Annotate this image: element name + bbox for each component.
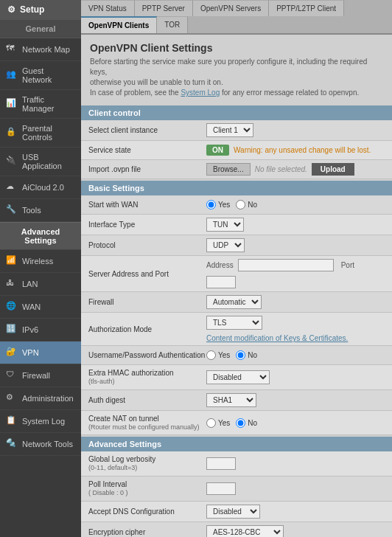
sidebar-item-guest-network[interactable]: 👥 Guest Network: [0, 61, 81, 90]
guest-network-icon: 👥: [6, 69, 18, 81]
parental-icon: 🔒: [6, 127, 18, 139]
interface-type-dropdown[interactable]: TUN TAP: [206, 218, 244, 232]
username-no[interactable]: No: [236, 350, 257, 360]
encryption-dropdown[interactable]: AES-128-CBC AES-256-CBC DES-EDE3-CBC Non…: [206, 525, 284, 537]
sidebar-item-vpn[interactable]: 🔐 VPN: [0, 342, 81, 364]
service-state-control: ON Warning: any unsaved change will be l…: [206, 145, 385, 156]
auth-mode-label: Authorization Mode: [88, 325, 206, 334]
username-auth-row: Username/Password Authentication Yes No: [81, 346, 392, 365]
auth-digest-dropdown[interactable]: SHA1 SHA256 MD5: [206, 393, 256, 407]
create-nat-no[interactable]: No: [236, 418, 257, 428]
firewall-control: Automatic Custom Disable: [206, 295, 385, 309]
poll-interval-label: Poll Interval ( Disable : 0 ): [88, 479, 206, 498]
sidebar-item-network-map[interactable]: 🗺 Network Map: [0, 38, 81, 61]
service-state-warning: Warning: any unsaved change will be lost…: [234, 146, 371, 154]
poll-interval-control: 0: [206, 482, 385, 495]
protocol-control: UDP TCP: [206, 238, 385, 252]
protocol-label: Protocol: [88, 240, 206, 250]
start-with-wan-yes[interactable]: Yes: [206, 200, 230, 209]
tab-openvpn-servers[interactable]: OpenVPN Servers: [193, 0, 269, 16]
interface-type-control: TUN TAP: [206, 218, 385, 232]
firewall-dropdown[interactable]: Automatic Custom Disable: [206, 295, 262, 309]
auth-digest-label: Auth digest: [88, 395, 206, 405]
browse-button[interactable]: Browse...: [206, 163, 251, 176]
poll-interval-input[interactable]: 0: [206, 482, 236, 495]
sidebar-item-firewall[interactable]: 🛡 Firewall: [0, 364, 81, 387]
sidebar-item-network-tools[interactable]: 🔩 Network Tools: [0, 433, 81, 456]
usb-icon: 🔌: [6, 156, 18, 167]
protocol-dropdown[interactable]: UDP TCP: [206, 238, 245, 252]
create-nat-label: Create NAT on tunnel (Router must be con…: [88, 414, 206, 432]
keys-certificates-link[interactable]: Content modification of Keys & Certifica…: [206, 334, 348, 342]
network-tools-icon: 🔩: [6, 438, 18, 450]
interface-type-row: Interface Type TUN TAP: [81, 215, 392, 235]
select-instance-control: Client 1 Client 2 Client 3: [206, 123, 385, 137]
sidebar-item-parental-controls[interactable]: 🔒 Parental Controls: [0, 119, 81, 148]
firewall-row: Firewall Automatic Custom Disable: [81, 292, 392, 313]
setup-header[interactable]: ⚙ Setup: [0, 0, 81, 19]
sidebar-item-wireless[interactable]: 📶 Wireless: [0, 250, 81, 273]
create-nat-row: Create NAT on tunnel (Router must be con…: [81, 411, 392, 436]
tab-openvpn-clients[interactable]: OpenVPN Clients: [81, 16, 157, 33]
create-nat-yes[interactable]: Yes: [206, 418, 230, 428]
firewall-label: Firewall: [88, 297, 206, 307]
tab-pptp-l2tp-client[interactable]: PPTP/L2TP Client: [269, 0, 344, 16]
upload-button[interactable]: Upload: [312, 163, 354, 176]
select-instance-label: Select client instance: [88, 125, 206, 135]
port-label-text: Port: [341, 261, 354, 269]
advanced-settings-section-header: Advanced Settings: [81, 437, 392, 451]
tools-icon: 🔧: [6, 204, 18, 216]
sidebar-item-tools[interactable]: 🔧 Tools: [0, 199, 81, 222]
basic-settings-header: Basic Settings: [81, 181, 392, 195]
sidebar-item-ipv6[interactable]: 🔢 IPv6: [0, 319, 81, 342]
auth-mode-dropdown[interactable]: TLS Static Key: [206, 316, 262, 330]
select-instance-dropdown[interactable]: Client 1 Client 2 Client 3: [206, 123, 253, 137]
tab-pptp-server[interactable]: PPTP Server: [135, 0, 193, 16]
extra-hmac-row: Extra HMAC authorization (tls-auth) Disa…: [81, 365, 392, 390]
extra-hmac-label: Extra HMAC authorization (tls-auth): [88, 368, 206, 387]
start-with-wan-control: Yes No: [206, 200, 385, 209]
tab-vpn-status[interactable]: VPN Status: [81, 0, 135, 16]
sidebar-item-traffic-manager[interactable]: 📊 Traffic Manager: [0, 90, 81, 119]
sidebar: ⚙ Setup General 🗺 Network Map 👥 Guest Ne…: [0, 0, 81, 537]
accept-dns-row: Accept DNS Configuration Disabled Relaxe…: [81, 502, 392, 522]
sidebar-item-system-log[interactable]: 📋 System Log: [0, 410, 81, 433]
service-state-toggle[interactable]: ON: [206, 145, 229, 156]
page-description: Before starting the service make sure yo…: [81, 57, 392, 104]
sidebar-item-administration[interactable]: ⚙ Administration: [0, 387, 81, 410]
import-ovpn-control: Browse... No file selected. Upload: [206, 163, 385, 176]
address-label-text: Address: [206, 261, 234, 269]
lan-icon: 🖧: [6, 278, 18, 290]
tab-tor[interactable]: TOR: [157, 16, 188, 33]
poll-interval-row: Poll Interval ( Disable : 0 ) 0: [81, 477, 392, 502]
start-with-wan-label: Start with WAN: [88, 200, 206, 209]
encryption-control: AES-128-CBC AES-256-CBC DES-EDE3-CBC Non…: [206, 525, 385, 537]
select-instance-row: Select client instance Client 1 Client 2…: [81, 120, 392, 141]
start-with-wan-no[interactable]: No: [236, 200, 257, 209]
setup-label: Setup: [20, 4, 44, 15]
import-ovpn-row: Import .ovpn file Browse... No file sele…: [81, 160, 392, 179]
auth-mode-row: Authorization Mode TLS Static Key Conten…: [81, 313, 392, 346]
system-log-icon: 📋: [6, 415, 18, 427]
sidebar-item-lan[interactable]: 🖧 LAN: [0, 273, 81, 296]
global-log-control: 1: [206, 457, 385, 470]
wan-icon: 🌐: [6, 301, 18, 313]
accept-dns-dropdown[interactable]: Disabled Relaxed Strict Exclusive: [206, 505, 260, 519]
system-log-link[interactable]: System Log: [181, 89, 220, 97]
sidebar-item-usb-application[interactable]: 🔌 USB Application: [0, 148, 81, 176]
encryption-label: Encryption cipher: [88, 527, 206, 537]
accept-dns-label: Accept DNS Configuration: [88, 507, 206, 516]
sidebar-item-aicloud[interactable]: ☁ AiCloud 2.0: [0, 176, 81, 199]
firewall-icon: 🛡: [6, 370, 18, 381]
server-address-row: Server Address and Port Address --------…: [81, 256, 392, 292]
username-yes[interactable]: Yes: [206, 350, 230, 360]
sidebar-item-wan[interactable]: 🌐 WAN: [0, 296, 81, 319]
server-address-input[interactable]: -------------------: [238, 259, 334, 271]
server-address-control: Address ------------------- Port 1194: [206, 259, 385, 288]
cloud-icon: ☁: [6, 181, 18, 193]
auth-digest-control: SHA1 SHA256 MD5: [206, 393, 385, 407]
global-log-label: Global Log verbosity (0-11, default=3): [88, 454, 206, 473]
global-log-input[interactable]: 1: [206, 457, 236, 470]
extra-hmac-dropdown[interactable]: Disabled Incoming (0) Outgoing (1): [206, 370, 270, 384]
port-input[interactable]: 1194: [206, 276, 236, 288]
